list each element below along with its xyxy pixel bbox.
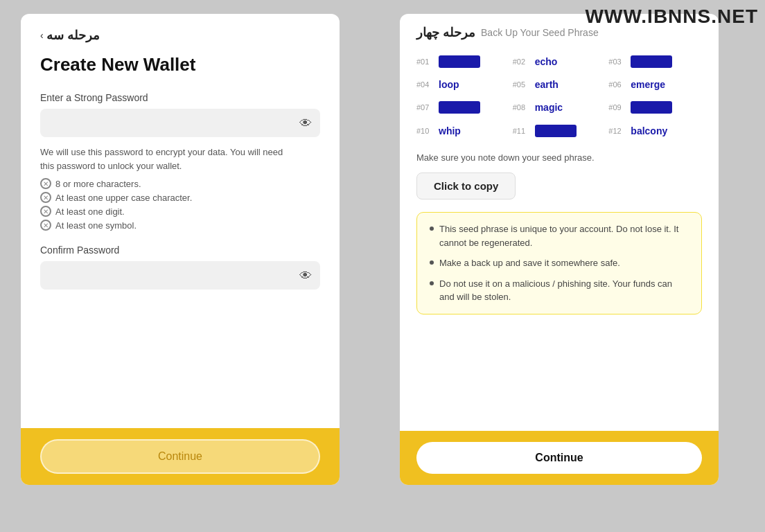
password-input[interactable] bbox=[40, 109, 320, 137]
seed-item-5: #05 earth bbox=[513, 76, 606, 93]
seed-word-12: balcony bbox=[631, 125, 667, 136]
back-chevron-icon: ‹ bbox=[40, 30, 44, 41]
seed-word-7: ______ bbox=[439, 101, 480, 114]
password-input-wrapper: 👁 bbox=[40, 109, 320, 137]
confirm-password-label: Confirm Password bbox=[40, 245, 320, 256]
right-panel-footer: Continue bbox=[400, 431, 719, 485]
password-field-label: Enter a Strong Password bbox=[40, 92, 320, 103]
confirm-input-wrapper: 👁 bbox=[40, 261, 320, 290]
seed-item-10: #10 whip bbox=[416, 122, 510, 140]
warning-text-3: Do not use it on a malicious / phishing … bbox=[439, 277, 689, 304]
seed-item-11: #11 ______ bbox=[513, 122, 606, 140]
backup-title: Back Up Your Seed Phrase bbox=[481, 27, 599, 38]
seed-num-8: #08 bbox=[513, 103, 532, 112]
seed-word-1: ______ bbox=[439, 55, 480, 68]
confirm-password-input[interactable] bbox=[40, 261, 320, 290]
req-text-3: At least one digit. bbox=[55, 206, 125, 217]
back-nav[interactable]: ‹ مرحله سه bbox=[40, 28, 320, 43]
bullet-3 bbox=[430, 281, 434, 285]
hint-text: We will use this password to encrypt you… bbox=[40, 145, 320, 172]
req-item-1: ✕ 8 or more characters. bbox=[40, 178, 320, 189]
step-label-left: مرحله سه bbox=[46, 28, 100, 43]
seed-item-2: #02 echo bbox=[513, 53, 606, 71]
right-panel-wrapper: مرحله چهار Back Up Your Seed Phrase #01 … bbox=[360, 0, 765, 532]
req-icon-2: ✕ bbox=[40, 192, 51, 203]
req-item-2: ✕ At least one upper case character. bbox=[40, 192, 320, 203]
right-panel-content: مرحله چهار Back Up Your Seed Phrase #01 … bbox=[400, 14, 719, 431]
left-panel: ‹ مرحله سه Create New Wallet Enter a Str… bbox=[21, 14, 340, 485]
seed-item-9: #09 ______ bbox=[608, 98, 702, 116]
seed-item-8: #08 magic bbox=[513, 98, 606, 116]
seed-num-5: #05 bbox=[513, 80, 532, 89]
warning-item-3: Do not use it on a malicious / phishing … bbox=[430, 277, 689, 304]
page-title-left: Create New Wallet bbox=[40, 54, 320, 76]
seed-num-10: #10 bbox=[416, 127, 436, 135]
seed-num-6: #06 bbox=[608, 80, 628, 89]
step-label-right: مرحله چهار bbox=[416, 25, 475, 40]
bullet-2 bbox=[430, 260, 434, 265]
seed-word-11: ______ bbox=[535, 125, 577, 137]
warning-text-1: This seed phrase is unique to your accou… bbox=[439, 222, 689, 249]
req-item-4: ✕ At least one symbol. bbox=[40, 220, 320, 231]
seed-item-7: #07 ______ bbox=[416, 98, 510, 116]
seed-num-1: #01 bbox=[416, 57, 436, 66]
seed-item-3: #03 ______ bbox=[608, 53, 702, 71]
req-text-4: At least one symbol. bbox=[55, 220, 137, 231]
req-icon-1: ✕ bbox=[40, 178, 51, 189]
left-panel-footer: Continue bbox=[21, 428, 340, 485]
req-icon-3: ✕ bbox=[40, 206, 51, 217]
seed-word-10: whip bbox=[439, 125, 461, 136]
seed-word-2: echo bbox=[535, 56, 558, 67]
seed-num-9: #09 bbox=[608, 103, 628, 112]
left-panel-wrapper: ‹ مرحله سه Create New Wallet Enter a Str… bbox=[0, 0, 360, 532]
seed-num-3: #03 bbox=[608, 57, 628, 66]
eye-icon-confirm[interactable]: 👁 bbox=[299, 268, 312, 283]
seed-num-4: #04 bbox=[416, 80, 436, 89]
bullet-1 bbox=[430, 227, 434, 231]
req-icon-4: ✕ bbox=[40, 220, 51, 231]
copy-button[interactable]: Click to copy bbox=[416, 172, 516, 200]
continue-button-right[interactable]: Continue bbox=[416, 442, 702, 474]
seed-grid: #01 ______ #02 echo #03 ______ #04 loop bbox=[416, 53, 702, 140]
panels-container: ‹ مرحله سه Create New Wallet Enter a Str… bbox=[0, 0, 765, 532]
continue-button-left[interactable]: Continue bbox=[40, 439, 320, 474]
warning-text-2: Make a back up and save it somewhere saf… bbox=[439, 256, 620, 270]
seed-word-8: magic bbox=[535, 102, 563, 113]
right-panel: مرحله چهار Back Up Your Seed Phrase #01 … bbox=[400, 14, 719, 485]
req-text-2: At least one upper case character. bbox=[55, 193, 192, 203]
seed-word-5: earth bbox=[535, 79, 559, 90]
watermark: WWW.IBNNS.NET bbox=[586, 6, 758, 28]
seed-word-4: loop bbox=[439, 79, 459, 90]
left-panel-content: ‹ مرحله سه Create New Wallet Enter a Str… bbox=[21, 14, 340, 428]
seed-item-6: #06 emerge bbox=[608, 76, 702, 93]
note-text: Make sure you note down your seed phrase… bbox=[416, 152, 702, 163]
warning-item-1: This seed phrase is unique to your accou… bbox=[430, 222, 689, 249]
req-text-1: 8 or more characters. bbox=[55, 179, 141, 189]
seed-item-4: #04 loop bbox=[416, 76, 510, 93]
seed-num-2: #02 bbox=[513, 57, 532, 66]
req-item-3: ✕ At least one digit. bbox=[40, 206, 320, 217]
seed-word-3: ______ bbox=[631, 55, 672, 68]
eye-icon-password[interactable]: 👁 bbox=[299, 116, 312, 130]
requirements-list: ✕ 8 or more characters. ✕ At least one u… bbox=[40, 178, 320, 231]
seed-num-7: #07 bbox=[416, 103, 436, 112]
seed-word-9: ______ bbox=[631, 101, 672, 114]
seed-item-1: #01 ______ bbox=[416, 53, 510, 71]
warnings-box: This seed phrase is unique to your accou… bbox=[416, 212, 702, 314]
seed-item-12: #12 balcony bbox=[608, 122, 702, 140]
seed-word-6: emerge bbox=[631, 79, 665, 90]
seed-num-11: #11 bbox=[513, 127, 532, 135]
seed-num-12: #12 bbox=[608, 127, 628, 135]
warning-item-2: Make a back up and save it somewhere saf… bbox=[430, 256, 689, 270]
